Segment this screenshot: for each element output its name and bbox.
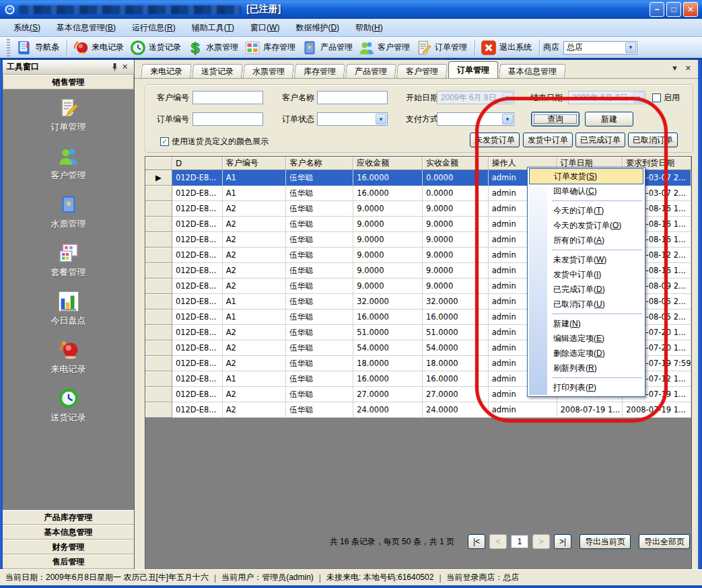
context-menu-item[interactable]: 今天的发货订单(O) — [529, 218, 643, 233]
prev-page-button[interactable]: < — [489, 534, 507, 549]
sidebar-item-package-grid[interactable]: 套餐管理 — [3, 235, 134, 284]
pin-icon[interactable] — [110, 62, 120, 72]
column-header[interactable]: 客户编号 — [223, 157, 287, 170]
order-status-select[interactable]: ▼ — [317, 112, 388, 126]
sidebar-section[interactable]: 财务管理 — [3, 540, 134, 554]
context-menu-item[interactable]: 刷新列表(R) — [529, 361, 643, 375]
menu-item[interactable]: 数据维护(D) — [287, 20, 347, 36]
order-status-filter-button[interactable]: 未发货订单 — [470, 133, 520, 147]
sidebar-item-order-scroll[interactable]: 订单管理 — [3, 90, 134, 139]
row-marker[interactable] — [145, 263, 172, 279]
close-button[interactable]: ✕ — [683, 2, 698, 17]
tab[interactable]: 库存管理 — [294, 64, 345, 78]
order-status-filter-button[interactable]: 已取消订单 — [628, 133, 678, 147]
menu-item[interactable]: 基本信息管理(B) — [48, 20, 124, 36]
tab-close-icon[interactable]: ✕ — [685, 64, 691, 73]
row-marker[interactable] — [145, 371, 172, 387]
menu-item[interactable]: 辅助工具(T) — [184, 20, 242, 36]
context-menu-item[interactable]: 发货中订单(I) — [529, 267, 643, 282]
context-menu-item[interactable]: 所有的订单(A) — [529, 233, 643, 248]
context-menu-item[interactable]: 已取消订单(U) — [529, 297, 643, 311]
menu-item[interactable]: 帮助(H) — [347, 20, 391, 36]
row-marker[interactable] — [145, 387, 172, 402]
toolbar-button[interactable]: 送货记录 — [128, 38, 185, 58]
pay-method-select[interactable]: ▼ — [437, 112, 514, 126]
column-header[interactable]: 客户名称 — [286, 157, 353, 170]
context-menu-item[interactable]: 编辑选定项(E) — [529, 331, 643, 346]
toolbar-button[interactable]: $水票管理 — [185, 38, 242, 58]
start-date-picker[interactable]: 2009年 6月 8日 ▼ — [437, 91, 514, 104]
sidebar-item-call-bell[interactable]: 来电记录 — [3, 332, 134, 381]
toolbar-button[interactable]: 导航条 — [14, 38, 63, 58]
sidebar-item-delivery-clock[interactable]: 送货记录 — [3, 381, 134, 429]
page-number-input[interactable]: 1 — [511, 535, 528, 548]
shop-combobox[interactable]: 商店 总店 ▼ — [543, 41, 637, 54]
menu-item[interactable]: 窗口(W) — [242, 20, 287, 36]
order-no-input[interactable] — [192, 112, 263, 126]
enable-checkbox[interactable]: 启用 — [652, 92, 680, 104]
row-marker[interactable] — [145, 186, 172, 201]
tab[interactable]: 来电记录 — [141, 64, 192, 78]
first-page-button[interactable]: |< — [468, 534, 485, 549]
context-menu-item[interactable]: 新建(N) — [529, 316, 643, 331]
row-marker[interactable] — [145, 248, 172, 263]
customer-no-input[interactable] — [192, 91, 263, 104]
sidebar-section[interactable]: 售后管理 — [3, 554, 134, 569]
context-menu-item[interactable]: 订单发货(S) — [529, 168, 643, 184]
toolbar-button[interactable]: 来电记录 — [71, 38, 128, 58]
customer-name-input[interactable] — [317, 91, 388, 104]
last-page-button[interactable]: >| — [554, 534, 571, 549]
context-menu-item[interactable]: 未发货订单(W) — [529, 252, 643, 267]
new-button[interactable]: 新建 — [585, 112, 633, 126]
tab-list-dropdown-icon[interactable]: ▼ — [671, 64, 678, 73]
sidebar-item-customer-people[interactable]: 客户管理 — [3, 139, 134, 187]
next-page-button[interactable]: > — [532, 534, 550, 549]
row-marker[interactable] — [145, 356, 172, 371]
row-marker[interactable] — [145, 402, 172, 418]
toolbar-button[interactable]: 客户管理 — [357, 38, 414, 58]
row-marker[interactable] — [145, 309, 172, 325]
minimize-button[interactable]: − — [650, 2, 664, 17]
context-menu-item[interactable]: 回单确认(C) — [529, 184, 643, 198]
tab[interactable]: 送货记录 — [192, 64, 243, 78]
context-menu-item[interactable]: 打印列表(P) — [529, 380, 643, 395]
row-marker[interactable] — [145, 340, 172, 356]
table-row[interactable]: 012D-E8...A2伍华聪24.000024.0000admin2008-0… — [145, 402, 691, 418]
column-header[interactable]: 实收金额 — [423, 157, 489, 170]
toolbar-button[interactable]: 库存管理 — [242, 38, 300, 58]
tab[interactable]: 订单管理 — [448, 61, 498, 78]
context-menu-item[interactable]: 今天的订单(T) — [529, 203, 643, 218]
row-marker[interactable] — [145, 294, 172, 309]
row-marker[interactable] — [145, 325, 172, 340]
row-marker[interactable] — [145, 201, 172, 217]
order-status-filter-button[interactable]: 已完成订单 — [575, 133, 625, 147]
export-current-page-button[interactable]: 导出当前页 — [580, 534, 631, 549]
toolbar-button[interactable]: 产品管理 — [300, 38, 357, 58]
close-tool-window-icon[interactable]: ✕ — [120, 62, 130, 72]
column-header[interactable]: D — [172, 157, 223, 170]
chevron-down-icon[interactable]: ▼ — [376, 114, 386, 124]
sidebar-item-water-card[interactable]: 水票管理 — [3, 187, 134, 235]
tab[interactable]: 基本信息管理 — [499, 64, 566, 78]
context-menu-item[interactable]: 已完成订单(D) — [529, 282, 643, 297]
maximize-button[interactable]: □ — [666, 2, 681, 17]
context-menu-item[interactable]: 删除选定项(D) — [529, 346, 643, 361]
sidebar-section-sales[interactable]: 销售管理 — [3, 75, 134, 89]
toolbar-button[interactable]: 退出系统 — [479, 38, 536, 58]
tab[interactable]: 客户管理 — [396, 64, 448, 78]
tab[interactable]: 水票管理 — [243, 64, 294, 78]
query-button[interactable]: 查询 — [531, 112, 580, 126]
column-header[interactable]: 应收金额 — [353, 157, 423, 170]
export-all-pages-button[interactable]: 导出全部页 — [639, 534, 690, 549]
toolbar-button[interactable]: 订单管理 — [414, 38, 471, 58]
tab[interactable]: 产品管理 — [345, 64, 396, 78]
sidebar-item-today-chart[interactable]: 今日盘点 — [3, 284, 134, 332]
row-marker[interactable] — [145, 217, 172, 232]
chevron-down-icon[interactable]: ▼ — [625, 42, 636, 53]
sidebar-section[interactable]: 基本信息管理 — [3, 525, 134, 540]
sidebar-section[interactable]: 产品库存管理 — [3, 510, 134, 525]
end-date-picker[interactable]: 2009年 6月 8日 ▼ — [568, 91, 645, 104]
row-marker[interactable] — [145, 279, 172, 294]
row-marker[interactable] — [145, 232, 172, 248]
row-marker[interactable]: ▶ — [145, 170, 172, 186]
